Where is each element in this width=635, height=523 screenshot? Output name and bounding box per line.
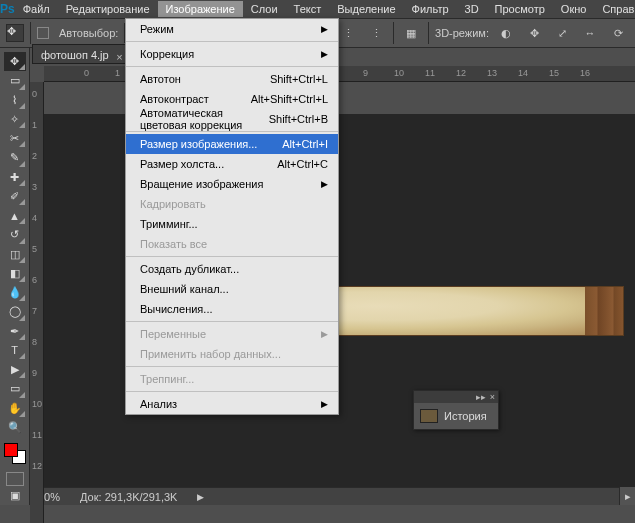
zoom-tool[interactable]: 🔍: [4, 418, 26, 437]
menu-item[interactable]: Внешний канал...: [126, 279, 338, 299]
screen-mode[interactable]: ▣: [4, 486, 26, 505]
wand-tool[interactable]: ✧: [4, 110, 26, 129]
menu-выделение[interactable]: Выделение: [329, 1, 403, 17]
menu-item-shortcut: Alt+Ctrl+C: [277, 158, 328, 170]
menu-item-label: Создать дубликат...: [140, 263, 239, 275]
crop-tool[interactable]: ✂: [4, 129, 26, 148]
close-icon[interactable]: ×: [490, 392, 495, 402]
panel-header[interactable]: ▸▸ ×: [414, 391, 498, 403]
toolbox: ✥ ▭ ⌇ ✧ ✂ ✎ ✚ ✐ ▲ ↺ ◫ ◧ 💧 ◯ ✒ T ▶ ▭ ✋ 🔍 …: [0, 48, 30, 505]
collapse-icon[interactable]: ▸▸: [476, 392, 486, 402]
menu-separator: [126, 41, 338, 42]
ruler-tick: 4: [32, 213, 37, 223]
history-panel[interactable]: ▸▸ × История: [413, 390, 499, 430]
eyedropper-tool[interactable]: ✎: [4, 148, 26, 167]
menu-item-label: Вычисления...: [140, 303, 213, 315]
menu-item-label: Коррекция: [140, 48, 194, 60]
brush-tool[interactable]: ✐: [4, 187, 26, 206]
menu-item[interactable]: Вычисления...: [126, 299, 338, 319]
menu-item[interactable]: Тримминг...: [126, 214, 338, 234]
roll-icon[interactable]: ⟳: [607, 22, 629, 44]
ruler-tick: 12: [456, 68, 466, 78]
menu-слои[interactable]: Слои: [243, 1, 286, 17]
history-brush-tool[interactable]: ↺: [4, 225, 26, 244]
menu-item[interactable]: АвтоконтрастAlt+Shift+Ctrl+L: [126, 89, 338, 109]
menu-item: Треппинг...: [126, 369, 338, 389]
pan-icon[interactable]: ✥: [523, 22, 545, 44]
menu-просмотр[interactable]: Просмотр: [487, 1, 553, 17]
distribute-icon[interactable]: ⋮: [365, 22, 387, 44]
eraser-tool[interactable]: ◫: [4, 245, 26, 264]
menu-item[interactable]: Размер холста...Alt+Ctrl+C: [126, 154, 338, 174]
shape-tool[interactable]: ▭: [4, 379, 26, 398]
menu-item[interactable]: Анализ▶: [126, 394, 338, 414]
scale-icon[interactable]: ⤢: [551, 22, 573, 44]
menu-item[interactable]: Режим▶: [126, 19, 338, 39]
ruler-tick: 2: [32, 151, 37, 161]
history-panel-title: История: [444, 410, 487, 422]
menu-separator: [126, 256, 338, 257]
menu-окно[interactable]: Окно: [553, 1, 595, 17]
stamp-tool[interactable]: ▲: [4, 206, 26, 225]
menu-item-label: Анализ: [140, 398, 177, 410]
hand-tool[interactable]: ✋: [4, 399, 26, 418]
menu-separator: [126, 391, 338, 392]
path-select-tool[interactable]: ▶: [4, 360, 26, 379]
menu-separator: [126, 66, 338, 67]
menu-item[interactable]: Вращение изображения▶: [126, 174, 338, 194]
autoselect-checkbox[interactable]: [37, 27, 49, 39]
lasso-tool[interactable]: ⌇: [4, 91, 26, 110]
menu-item[interactable]: Создать дубликат...: [126, 259, 338, 279]
menu-item[interactable]: АвтотонShift+Ctrl+L: [126, 69, 338, 89]
menu-item-label: Автоматическая цветовая коррекция: [140, 107, 269, 131]
menu-редактирование[interactable]: Редактирование: [58, 1, 158, 17]
menu-item-label: Тримминг...: [140, 218, 198, 230]
distribute-icon[interactable]: ⋮: [337, 22, 359, 44]
menu-item[interactable]: Автоматическая цветовая коррекцияShift+C…: [126, 109, 338, 129]
ruler-tick: 1: [115, 68, 120, 78]
menu-фильтр[interactable]: Фильтр: [404, 1, 457, 17]
pen-tool[interactable]: ✒: [4, 322, 26, 341]
menu-изображение[interactable]: Изображение: [158, 1, 243, 17]
scroll-right-icon[interactable]: ▸: [619, 487, 635, 505]
fg-color[interactable]: [4, 443, 18, 457]
menu-item-shortcut: Shift+Ctrl+L: [270, 73, 328, 85]
menu-текст[interactable]: Текст: [286, 1, 330, 17]
close-icon[interactable]: ×: [116, 47, 122, 67]
move-tool[interactable]: ✥: [4, 52, 26, 71]
orbit-icon[interactable]: ◐: [495, 22, 517, 44]
misc-icon[interactable]: ▦: [400, 22, 422, 44]
ruler-tick: 13: [487, 68, 497, 78]
submenu-arrow-icon: ▶: [321, 399, 328, 409]
type-tool[interactable]: T: [4, 341, 26, 360]
menu-item[interactable]: Размер изображения...Alt+Ctrl+I: [126, 134, 338, 154]
move-tool-icon[interactable]: ✥: [6, 24, 24, 42]
menu-item-label: Автотон: [140, 73, 181, 85]
divider: [428, 22, 429, 44]
ruler-tick: 9: [32, 368, 37, 378]
ruler-tick: 11: [425, 68, 435, 78]
submenu-arrow-icon: ▶: [321, 24, 328, 34]
document-tab[interactable]: фотошоп 4.jp ×: [32, 44, 128, 64]
healing-tool[interactable]: ✚: [4, 168, 26, 187]
quick-mask[interactable]: [6, 472, 24, 486]
menu-separator: [126, 321, 338, 322]
marquee-tool[interactable]: ▭: [4, 71, 26, 90]
menu-item-label: Внешний канал...: [140, 283, 229, 295]
divider: [30, 22, 31, 44]
ruler-tick: 6: [32, 275, 37, 285]
ruler-tick: 1: [32, 120, 37, 130]
menu-справка[interactable]: Справка: [594, 1, 635, 17]
color-swatches[interactable]: [4, 443, 26, 464]
dodge-tool[interactable]: ◯: [4, 302, 26, 321]
app-logo: Ps: [0, 0, 15, 18]
gradient-tool[interactable]: ◧: [4, 264, 26, 283]
menu-image-dropdown: Режим▶Коррекция▶АвтотонShift+Ctrl+LАвток…: [125, 18, 339, 415]
menu-файл[interactable]: Файл: [15, 1, 58, 17]
menu-3d[interactable]: 3D: [457, 1, 487, 17]
menu-item[interactable]: Коррекция▶: [126, 44, 338, 64]
blur-tool[interactable]: 💧: [4, 283, 26, 302]
slide-icon[interactable]: ↔: [579, 22, 601, 44]
history-thumbnail[interactable]: [420, 409, 438, 423]
mode3d-label: 3D-режим:: [435, 27, 489, 39]
